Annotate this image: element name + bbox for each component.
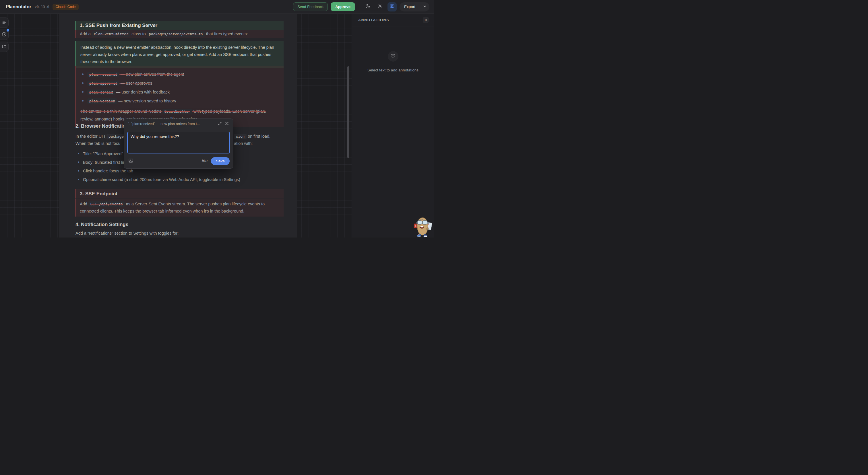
code-span: PlanEventEmitter (92, 31, 130, 37)
approve-button[interactable]: Approve (331, 2, 355, 11)
divider (359, 4, 360, 10)
settings-button[interactable] (375, 2, 384, 11)
save-shortcut-hint: ⌘↵ (201, 159, 208, 163)
gear-icon (377, 3, 383, 10)
list-item: plan:received — new plan arrives from th… (80, 70, 280, 78)
code-span: plan:received (87, 72, 119, 77)
close-icon (225, 122, 229, 126)
top-bar: Plannotator v0.13.0 Claude Code Send Fee… (0, 0, 434, 14)
heading-sse-push: 1. SSE Push from Existing Server (75, 21, 284, 30)
version-label: v0.13.0 (35, 5, 50, 9)
code-span: GET /api/events (88, 201, 125, 207)
outline-list-icon (2, 20, 7, 26)
struck-heading-text: 3. SSE Endpoint (80, 191, 117, 197)
close-modal-button[interactable] (223, 121, 230, 127)
annotation-comment-textarea[interactable]: Why did you remove this?? (127, 132, 230, 154)
deleted-heading-sse-endpoint: 3. SSE Endpoint (75, 189, 284, 199)
history-clock-icon (2, 32, 7, 38)
heading-text: 1. SSE Push from Existing Server (80, 23, 157, 28)
notification-dot (7, 29, 9, 32)
code-span: package (106, 134, 126, 139)
theme-toggle-button[interactable] (363, 2, 373, 11)
shoe-right (424, 234, 427, 237)
heading-notification-settings: 4. Notification Settings (75, 222, 284, 228)
list-item: plan:approved — user approves (80, 78, 280, 88)
app-title: Plannotator (6, 4, 31, 9)
annotations-count-badge: 0 (423, 17, 429, 23)
expand-icon (218, 122, 222, 127)
annotations-toggle-button[interactable] (388, 2, 397, 11)
annotations-title: ANNOTATIONS (358, 18, 389, 22)
code-span: plan:version (87, 98, 117, 104)
annotations-header: ANNOTATIONS 0 (352, 14, 434, 26)
modal-footer: ⌘↵ Save (124, 154, 233, 168)
folder-icon (2, 44, 7, 50)
claude-code-badge: Claude Code (53, 4, 79, 10)
annotations-panel: ANNOTATIONS 0 Select text to add annotat… (352, 14, 434, 238)
code-span: plan:approved (87, 80, 119, 86)
empty-state-text: Select text to add annotations (367, 68, 418, 72)
dock-files-button[interactable] (0, 42, 9, 52)
code-span: EventEmitter (162, 109, 192, 114)
export-menu-button[interactable] (420, 2, 429, 11)
code-span: packages/server/events.ts (147, 31, 205, 37)
plannotator-app: Plannotator v0.13.0 Claude Code Send Fee… (0, 0, 434, 238)
annotation-edit-modal: "- `plan:received` — new plan arrives fr… (124, 118, 234, 169)
potato-mascot-image (413, 216, 432, 238)
expand-modal-button[interactable] (216, 121, 223, 127)
deleted-block-events: plan:received — new plan arrives from th… (75, 66, 284, 127)
shoe-left (417, 234, 421, 237)
vertical-scrollbar-thumb[interactable] (347, 66, 349, 158)
export-button[interactable]: Export (400, 2, 420, 11)
workspace: 1. SSE Push from Existing Server Add a P… (0, 14, 434, 238)
empty-state-icon-circle (388, 51, 398, 62)
image-attach-icon (128, 158, 133, 164)
list-item: plan:version — new version saved to hist… (80, 96, 280, 105)
event-list: plan:received — new plan arrives from th… (80, 70, 280, 105)
attach-image-button[interactable] (127, 158, 134, 164)
chevron-down-icon (423, 5, 427, 9)
annotation-callout: Instead of adding a new event emitter ab… (75, 41, 284, 68)
code-span: sion (234, 134, 247, 139)
list-item: Optional chime sound (a short 200ms tone… (75, 175, 284, 184)
dock-outline-button[interactable] (0, 18, 9, 28)
topbar-actions: Send Feedback Approve (293, 2, 429, 11)
paragraph-notification-settings: Add a "Notifications" section to Setting… (75, 231, 284, 236)
deleted-paragraph-3: Add GET /api/events as a Server-Sent Eve… (75, 199, 284, 216)
brand-group: Plannotator v0.13.0 Claude Code (6, 4, 79, 10)
comment-bubble-icon (391, 53, 396, 60)
moon-icon (365, 3, 371, 10)
dock-history-button[interactable] (0, 30, 9, 40)
stamp (414, 224, 417, 228)
struck-text: Add a PlanEventEmitter class to packages… (80, 32, 248, 36)
list-item: plan:denied — user denies with feedback (80, 88, 280, 96)
annotations-empty-state: Select text to add annotations (352, 51, 434, 72)
export-button-group: Export (400, 2, 429, 11)
modal-header: "- `plan:received` — new plan arrives fr… (124, 119, 233, 129)
modal-title: "- `plan:received` — new plan arrives fr… (128, 122, 216, 126)
callout-text: Instead of adding a new event emitter ab… (81, 45, 274, 64)
comment-bubble-icon (390, 4, 395, 10)
send-feedback-button[interactable]: Send Feedback (293, 2, 328, 11)
save-button[interactable]: Save (211, 157, 229, 165)
deleted-paragraph-1: Add a PlanEventEmitter class to packages… (75, 30, 284, 38)
code-span: plan:denied (87, 90, 115, 95)
